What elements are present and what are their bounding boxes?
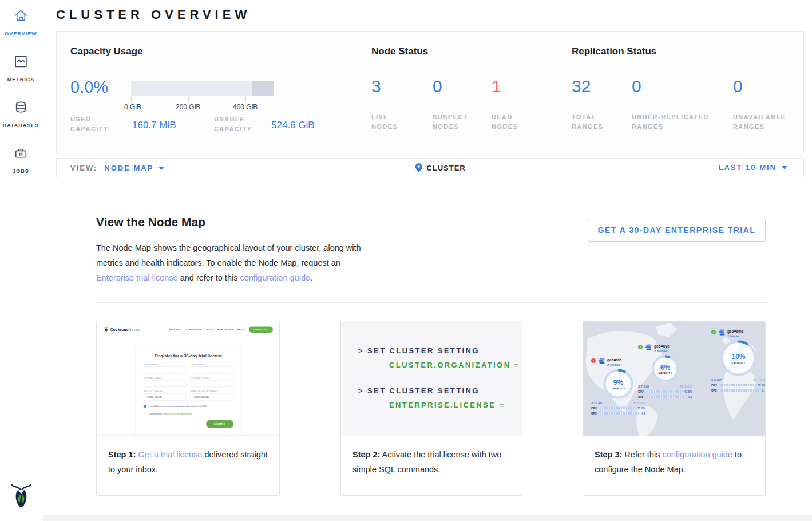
gauge-tick-label: 0 GiB: [124, 103, 141, 111]
briefcase-icon: [0, 145, 42, 161]
suspect-nodes-stat: 0 SUSPECTNODES: [433, 77, 468, 132]
enterprise-trial-button[interactable]: GET A 30-DAY ENTERPRISE TRIAL: [588, 219, 766, 242]
capacity-usage-title: Capacity Usage: [70, 46, 143, 57]
mini-trial-form: Register for a 30-day trial license FIRS…: [136, 345, 242, 436]
home-icon: [0, 8, 42, 23]
configuration-guide-link[interactable]: configuration guide: [240, 273, 310, 282]
sidebar-item-databases[interactable]: DATABASES: [0, 100, 42, 129]
dead-nodes-stat: 1 DEADNODES: [492, 77, 518, 132]
mini-site-header: Cockroach LABS PRODUCTCUSTOMERSDOCSRESOU…: [97, 321, 279, 338]
node-map-placeholder-section: View the Node Map The Node Map shows the…: [56, 177, 804, 515]
configuration-guide-link[interactable]: configuration guide: [662, 450, 732, 459]
capacity-used-percent: 0.0%: [70, 78, 108, 97]
view-bar: VIEW:NODE MAP CLUSTER LAST 10 MIN: [56, 158, 804, 177]
caret-down-icon: [782, 166, 787, 169]
map-pin-icon: [415, 163, 422, 172]
node-stack-icon: [645, 344, 652, 351]
step-1-caption: Step 1: Get a trial license delivered st…: [97, 436, 279, 477]
mini-checkbox: [144, 405, 146, 408]
step-2-caption: Step 2: Activate the trial license with …: [341, 436, 522, 477]
divider: [96, 302, 766, 303]
section-description: The Node Map shows the geographical layo…: [96, 240, 370, 285]
mini-submit-button: SUBMIT: [206, 420, 233, 428]
database-icon: [0, 100, 42, 115]
replication-status-title: Replication Status: [572, 46, 656, 57]
sidebar-item-label: JOBS: [13, 168, 29, 174]
used-capacity-label: USEDCAPACITY: [70, 115, 109, 134]
usable-capacity-value: 524.6 GiB: [271, 120, 315, 131]
sidebar: OVERVIEW METRICS DATABASES JOBS: [0, 0, 42, 521]
capacity-gauge: [131, 81, 274, 96]
page-background-strip: [43, 515, 812, 521]
mini-input: [191, 367, 233, 374]
mini-download-button: DOWNLOAD: [249, 326, 273, 333]
get-trial-license-link[interactable]: Get a trial license: [138, 450, 202, 459]
metrics-icon: [0, 54, 42, 69]
mini-input: [144, 367, 187, 374]
node-map-widget-nyc: geo=nyc2 Nodes 6%CAPACITY 3.7 GiB43.7 Gi…: [638, 344, 692, 398]
node-stack-icon: [718, 329, 726, 336]
sidebar-item-label: OVERVIEW: [5, 31, 37, 37]
sidebar-item-label: METRICS: [7, 77, 35, 82]
time-range-selector[interactable]: LAST 10 MIN: [719, 159, 787, 177]
trial-signup-screenshot: Cockroach LABS PRODUCTCUSTOMERSDOCSRESOU…: [97, 321, 279, 436]
sidebar-item-overview[interactable]: OVERVIEW: [0, 8, 42, 38]
mini-nav: PRODUCTCUSTOMERSDOCSRESOURCESBLOG DOWNLO…: [169, 326, 273, 333]
capacity-ring: 10%CAPACITY: [721, 341, 756, 376]
total-ranges-stat: 32 TOTALRANGES: [572, 77, 603, 132]
caret-down-icon[interactable]: [159, 167, 164, 170]
status-dot-live: [711, 330, 716, 334]
section-heading: View the Node Map: [96, 215, 205, 229]
capacity-gauge-ticks: [131, 97, 274, 102]
page-title: CLUSTER OVERVIEW: [56, 7, 251, 22]
node-map-preview: geo=sfo2 Nodes 9%CAPACITY 3.2 GiB35.1 Gi…: [583, 321, 765, 436]
gauge-tick-label: 400 GiB: [233, 103, 258, 111]
cluster-overview-page: { "header": { "title": "CLUSTER OVERVIEW…: [0, 0, 812, 521]
gauge-tick-label: 200 GiB: [176, 103, 200, 111]
capacity-ring: 9%CAPACITY: [604, 369, 633, 399]
enterprise-trial-license-link[interactable]: Enterprise trial license: [96, 273, 178, 282]
sidebar-item-metrics[interactable]: METRICS: [0, 54, 42, 84]
mini-select: Please Select: [191, 394, 233, 401]
step-2-card: > SET CLUSTER SETTING CLUSTER.ORGANIZATI…: [340, 321, 522, 496]
live-nodes-stat: 3 LIVENODES: [371, 77, 398, 132]
node-map-widget-sfo: geo=sfo2 Nodes 9%CAPACITY 3.2 GiB35.1 Gi…: [591, 358, 645, 415]
mini-select: Please Select: [144, 394, 187, 401]
step-3-caption: Step 3: Refer this configuration guide t…: [583, 436, 765, 477]
sql-commands-graphic: > SET CLUSTER SETTING CLUSTER.ORGANIZATI…: [341, 321, 522, 436]
used-capacity-value: 160.7 MiB: [132, 120, 176, 131]
locality-breadcrumb: CLUSTER: [426, 164, 465, 172]
mini-brand-name: Cockroach LABS: [110, 327, 140, 332]
node-status-title: Node Status: [371, 46, 428, 57]
status-dot-dead: [591, 358, 596, 363]
node-map-widget-ams: geo=ams1 Node 10%CAPACITY 3.6 GiB36.6 Gi…: [711, 329, 765, 392]
cockroachdb-logo: [0, 482, 42, 512]
view-selector[interactable]: NODE MAP: [104, 164, 153, 172]
step-1-card: Cockroach LABS PRODUCTCUSTOMERSDOCSRESOU…: [96, 321, 280, 496]
capacity-gauge-segment: [252, 81, 274, 96]
sidebar-item-label: DATABASES: [3, 123, 39, 128]
status-dot-live: [638, 345, 643, 349]
node-stack-icon: [598, 358, 605, 365]
mini-input: [191, 380, 233, 387]
unavailable-ranges-stat: 0 UNAVAILABLERANGES: [733, 77, 786, 132]
mini-brand-bug-icon: [104, 326, 109, 333]
mini-input: [144, 380, 187, 387]
mini-checkbox: [144, 412, 146, 415]
sidebar-item-jobs[interactable]: JOBS: [0, 145, 42, 175]
under-replicated-ranges-stat: 0 UNDER-REPLICATEDRANGES: [632, 77, 709, 132]
step-3-card: geo=sfo2 Nodes 9%CAPACITY 3.2 GiB35.1 Gi…: [583, 321, 766, 496]
capacity-ring: 6%CAPACITY: [652, 356, 679, 382]
view-label: VIEW:: [70, 164, 97, 172]
usable-capacity-label: USABLECAPACITY: [214, 115, 252, 134]
mini-form-title: Register for a 30-day trial license: [144, 353, 233, 358]
cluster-summary-panel: Capacity Usage 0.0% 0 GiB 200 GiB 400 Gi…: [56, 31, 804, 153]
